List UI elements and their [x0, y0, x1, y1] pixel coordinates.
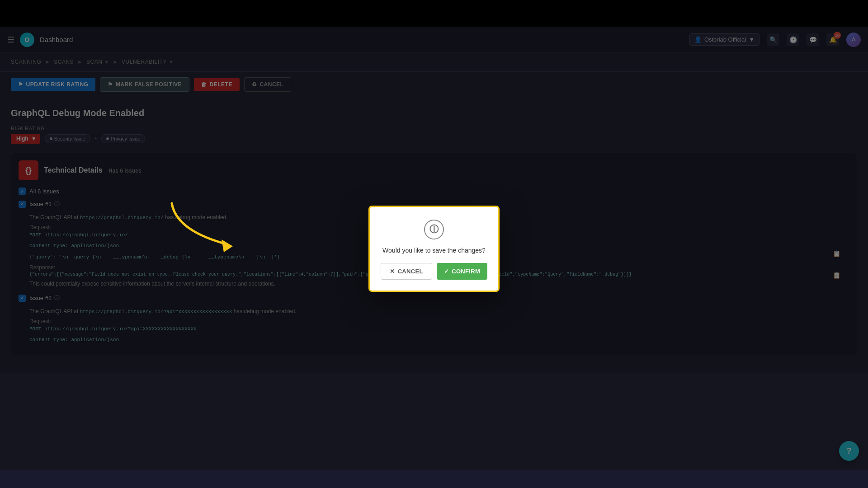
dialog-cancel-button[interactable]: ✕ CANCEL [381, 263, 432, 280]
confirmation-dialog: ⓘ Would you like to save the changes? ✕ … [368, 206, 500, 292]
dialog-buttons: ✕ CANCEL ✓ CONFIRM [381, 263, 487, 280]
svg-marker-0 [222, 239, 233, 252]
modal-overlay: ⓘ Would you like to save the changes? ✕ … [0, 27, 868, 470]
app-wrapper: ☰ O Dashboard 👤 Ostorlab Official ▼ 🔍 🕐 … [0, 27, 868, 470]
dialog-confirm-button[interactable]: ✓ CONFIRM [437, 263, 487, 280]
dialog-info-icon: ⓘ [424, 220, 444, 239]
dialog-message: Would you like to save the changes? [382, 247, 486, 254]
dialog-cancel-x-icon: ✕ [390, 268, 395, 275]
top-bar [0, 0, 868, 27]
dialog-confirm-check-icon: ✓ [444, 268, 449, 275]
arrow-annotation [163, 194, 244, 259]
